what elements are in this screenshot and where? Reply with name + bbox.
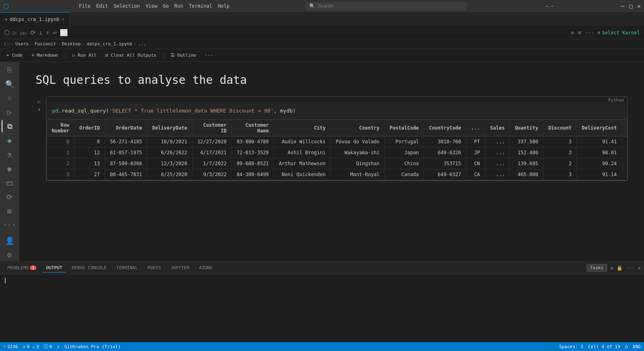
more-actions-btn[interactable]: ··· xyxy=(202,52,216,59)
active-tab[interactable]: ◈ ddcps_cra_1.ipynb ✕ xyxy=(0,12,70,26)
git-icon-btn[interactable]: ◉ xyxy=(2,162,18,175)
toolbar-interrupt-btn[interactable]: ↓ xyxy=(39,29,43,36)
encoding-item[interactable]: ⎙ xyxy=(625,344,628,349)
title-bar: ⬡ File Edit Selection View Go Run Termin… xyxy=(0,0,644,12)
nav-forward[interactable]: → xyxy=(550,3,553,9)
extensions-icon-btn[interactable]: ⧉ xyxy=(2,120,18,132)
table-cell: 3 xyxy=(543,169,577,180)
breadcrumb-desktop[interactable]: Desktop xyxy=(62,41,80,47)
panel-tabs: PROBLEMS3 OUTPUT DEBUG CONSOLE TERMINAL … xyxy=(0,262,644,274)
info-item[interactable]: ⓘ 0 xyxy=(44,344,52,350)
code-content[interactable]: pd.read_sql_query('SELECT * from littlel… xyxy=(46,104,627,118)
minimize-btn[interactable]: ─ xyxy=(621,3,624,9)
cell-item[interactable]: Cell 4 of 19 xyxy=(588,344,620,349)
toolbar-undo-btn[interactable]: ↩ xyxy=(53,29,57,36)
panel-right-controls: Tasks ≡ 🔒 ··· ✕ xyxy=(587,264,641,272)
outline-btn[interactable]: ☰ Outline xyxy=(167,52,199,59)
remote-icon-btn[interactable]: ⟳ xyxy=(2,191,18,203)
panel-tab-output[interactable]: OUTPUT xyxy=(42,264,66,272)
tab-close-btn[interactable]: ✕ xyxy=(62,17,64,21)
run-cell-btn[interactable]: ▷ xyxy=(36,98,43,105)
eol-item[interactable]: ENG xyxy=(633,344,641,349)
toolbar-restart-btn[interactable]: ⟳ xyxy=(30,29,36,36)
gitkraken-item[interactable]: GitKraken Pro (Trial) xyxy=(64,344,120,349)
nav-back[interactable]: ← xyxy=(546,3,549,9)
panel-tab-debug[interactable]: DEBUG CONSOLE xyxy=(68,264,111,272)
table-body: 0856-271-418510/9/202112/27/202083-800-4… xyxy=(47,136,627,180)
run-all-btn[interactable]: ▷ Run All xyxy=(69,52,100,59)
search-icon-btn[interactable]: 🔍 xyxy=(2,78,18,90)
database-icon-btn[interactable]: 🗃 xyxy=(2,177,18,189)
breadcrumb-file[interactable]: ddcps_cra_1.ipynb xyxy=(87,41,132,47)
table-cell: Noni Quickenden xyxy=(274,169,331,180)
panel-tab-jupyter[interactable]: JUPYTER xyxy=(167,264,193,272)
notebook-content[interactable]: SQL queries to analyse the data ▷ ▾ Pyth… xyxy=(19,62,644,261)
explorer-icon-btn[interactable]: ⎘ xyxy=(2,64,18,76)
source-control-icon-btn[interactable]: ⑂ xyxy=(2,92,18,104)
breadcrumb-fusionit[interactable]: Fusionit xyxy=(35,41,56,47)
settings-icon-btn[interactable]: ⚙ xyxy=(2,249,18,261)
menu-view[interactable]: View xyxy=(146,3,157,9)
breadcrumb-c[interactable]: C: xyxy=(4,41,9,47)
table-cell: 83-800-4789 xyxy=(232,136,274,147)
run-more-btn[interactable]: ▾ xyxy=(36,106,43,113)
kernel-icon: ⚙ xyxy=(598,30,600,35)
tasks-dropdown[interactable]: Tasks xyxy=(587,264,607,272)
jupyter-icon-btn[interactable]: ◈ xyxy=(2,134,18,147)
col-header-coursename: CourseName xyxy=(622,120,627,136)
panel-tab-ports[interactable]: PORTS xyxy=(144,264,165,272)
table-cell: 649-6326 xyxy=(424,147,466,158)
menu-edit[interactable]: Edit xyxy=(96,3,108,9)
menu-go[interactable]: Go xyxy=(163,3,169,9)
panel-tab-problems[interactable]: PROBLEMS3 xyxy=(3,264,40,272)
select-kernel-button[interactable]: ⚙ Select Kernel xyxy=(598,30,640,36)
add-markdown-btn[interactable]: + Markdown xyxy=(28,52,61,59)
publish-item[interactable]: ↑ xyxy=(57,344,60,349)
testing-icon-btn[interactable]: ⚗ xyxy=(2,148,18,161)
menu-selection[interactable]: Selection xyxy=(114,3,140,9)
panel-tab-terminal[interactable]: TERMINAL xyxy=(112,264,142,272)
search-bar[interactable]: 🔍 xyxy=(305,2,467,10)
search-input[interactable] xyxy=(318,3,463,9)
menu-run[interactable]: Run xyxy=(174,3,183,9)
run-debug-icon-btn[interactable]: ▷ xyxy=(2,106,18,119)
code-cell-body[interactable]: Python pd.read_sql_query('SELECT * from … xyxy=(46,96,628,181)
status-right: Spaces: 2 Cell 4 of 19 ⎙ ENG xyxy=(559,344,641,349)
output-table-wrapper: RowNumber OrderID OrderDate DeliveryDate… xyxy=(46,119,627,181)
panel-close-btn[interactable]: ✕ xyxy=(638,265,641,271)
cell-label: Cell 4 of 19 xyxy=(588,344,620,349)
layout-btn[interactable]: ⊞ xyxy=(578,30,581,36)
toolbar-stop-btn[interactable]: ⬜ xyxy=(60,29,68,36)
table-row: 32700-465-70318/25/20209/3/202284-300-64… xyxy=(47,169,627,180)
clear-all-outputs-btn[interactable]: ⊟ Clear All Outputs xyxy=(102,52,160,59)
menu-file[interactable]: File xyxy=(79,3,91,9)
layers-icon-btn[interactable]: ⊞ xyxy=(2,205,18,217)
accounts-icon-btn[interactable]: 👤 xyxy=(2,234,18,247)
toolbar-variables-btn[interactable]: ⬡ xyxy=(4,29,10,36)
breadcrumb-users[interactable]: Users xyxy=(15,41,29,47)
toolbar-run-cell-btn[interactable]: ▷ xyxy=(13,29,17,36)
maximize-btn[interactable]: □ xyxy=(629,3,632,9)
close-btn[interactable]: ✕ xyxy=(638,3,641,9)
toolbar-clear-btn[interactable]: ↑ xyxy=(46,29,50,36)
table-cell: Japan xyxy=(384,147,424,158)
breadcrumb-more[interactable]: ... xyxy=(138,41,146,47)
table-cell: 3 xyxy=(47,169,74,180)
panel-list-btn[interactable]: ≡ xyxy=(610,265,613,271)
add-code-btn[interactable]: + Code xyxy=(3,52,26,59)
panel-more-btn[interactable]: ··· xyxy=(626,265,635,271)
errors-item[interactable]: ✕ 0 ⚠ 3 xyxy=(23,344,39,349)
more-dots-icon-btn[interactable]: ··· xyxy=(2,219,18,231)
toolbar-run-fast-btn[interactable]: ▷▷ xyxy=(20,30,27,36)
panel-tab-azure[interactable]: AZURE xyxy=(195,264,216,272)
settings-btn[interactable]: ⚙ xyxy=(571,30,574,36)
menu-help[interactable]: Help xyxy=(218,3,230,9)
spaces-item[interactable]: Spaces: 2 xyxy=(559,344,583,349)
more-btn[interactable]: ··· xyxy=(585,30,594,36)
more-actions-label: ··· xyxy=(205,53,213,58)
panel-lock-btn[interactable]: 🔒 xyxy=(617,265,623,271)
output-table: RowNumber OrderID OrderDate DeliveryDate… xyxy=(47,120,627,180)
table-cell: 91.05 xyxy=(622,136,627,147)
git-branch-item[interactable]: ⑂ 3336 xyxy=(3,344,18,349)
menu-terminal[interactable]: Terminal xyxy=(189,3,212,9)
